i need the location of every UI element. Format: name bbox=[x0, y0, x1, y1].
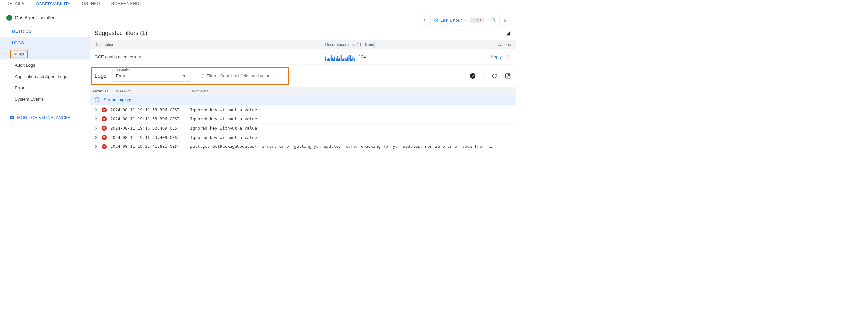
svg-rect-7 bbox=[200, 75, 204, 75]
log-summary: Ignored key without a value. bbox=[190, 108, 512, 112]
filter-occurrences: 134 bbox=[325, 53, 487, 61]
log-summary: packages.GetPackageUpdates() error: erro… bbox=[190, 144, 512, 149]
time-range-button[interactable]: Last 1 hour CEST bbox=[430, 15, 488, 26]
error-severity-icon: !! bbox=[102, 126, 107, 131]
timezone-badge: CEST bbox=[470, 18, 484, 23]
severity-select[interactable]: Severity Error bbox=[112, 70, 190, 82]
suggested-filter-row: GCE config agent errors 134 bbox=[90, 50, 516, 65]
col-timestamp: TIMESTAMP bbox=[111, 87, 189, 95]
suggested-filters-columns: Description Occurrences (last 1 hr 6 min… bbox=[90, 39, 516, 50]
time-range-picker: Last 1 hour CEST bbox=[419, 15, 511, 26]
logs-filter-bar: Logs Severity Error Filter ? bbox=[90, 65, 516, 87]
chevron-right-icon bbox=[94, 108, 98, 112]
search-icon bbox=[491, 18, 496, 22]
svg-rect-9 bbox=[202, 77, 203, 77]
top-tabs: DETAILS OBSERVABILITY OS INFO SCREENSHOT bbox=[0, 0, 516, 10]
help-icon[interactable]: ? bbox=[470, 73, 475, 79]
svg-point-3 bbox=[492, 19, 495, 22]
log-summary: Ignored key without a value. bbox=[190, 126, 512, 130]
log-table-header: SEVERITY TIMESTAMP SUMMARY bbox=[90, 87, 516, 95]
occurrence-count: 134 bbox=[359, 54, 366, 59]
open-external-icon[interactable] bbox=[505, 73, 511, 79]
log-row[interactable]: !! 2024-08-11 19:11:53.396 CEST Ignored … bbox=[90, 114, 516, 124]
tab-details[interactable]: DETAILS bbox=[5, 1, 26, 10]
severity-field-label: Severity bbox=[115, 67, 130, 72]
time-range-label: Last 1 hour bbox=[440, 18, 462, 23]
chevron-right-icon bbox=[94, 144, 98, 149]
highlight-all-logs: All Logs bbox=[10, 50, 28, 58]
logs-title: Logs bbox=[94, 73, 106, 79]
log-row[interactable]: !! 2024-08-11 19:16:53.409 CEST Ignored … bbox=[90, 133, 516, 142]
logs-search-input[interactable] bbox=[220, 73, 466, 78]
divider bbox=[484, 73, 484, 79]
col-actions: Actions bbox=[487, 42, 511, 47]
col-occurrences: Occurrences (last 1 hr 6 min) bbox=[325, 42, 487, 47]
tab-screenshot[interactable]: SCREENSHOT bbox=[110, 1, 144, 10]
log-summary: Ignored key without a value. bbox=[190, 116, 512, 121]
col-severity: SEVERITY bbox=[90, 87, 111, 95]
sidebar-section-metrics[interactable]: METRICS bbox=[0, 25, 90, 37]
suggested-filters-header: Suggested filters (1) bbox=[90, 30, 516, 39]
time-next-button[interactable] bbox=[499, 15, 510, 26]
severity-value: Error bbox=[116, 73, 125, 78]
clock-icon bbox=[434, 18, 438, 22]
col-summary: SUMMARY bbox=[189, 87, 516, 95]
apply-filter-button[interactable]: Apply bbox=[491, 54, 501, 59]
log-summary: Ignored key without a value. bbox=[190, 135, 512, 140]
svg-marker-6 bbox=[183, 75, 186, 77]
collapse-icon[interactable] bbox=[505, 30, 511, 36]
chevron-right-icon bbox=[94, 117, 98, 121]
svg-rect-8 bbox=[201, 76, 204, 76]
sidebar-section-logs[interactable]: LOGS bbox=[0, 37, 90, 49]
log-row[interactable]: !! 2024-08-11 19:11:53.396 CEST Ignored … bbox=[90, 105, 516, 114]
svg-marker-5 bbox=[506, 31, 510, 35]
filter-button[interactable]: Filter bbox=[200, 73, 216, 78]
check-circle-icon bbox=[6, 15, 12, 21]
chevron-right-icon bbox=[94, 126, 98, 130]
filter-description: GCE config agent errors bbox=[94, 54, 325, 59]
time-search-button[interactable] bbox=[488, 15, 499, 26]
chevron-right-icon bbox=[94, 135, 98, 140]
sidebar-item-errors[interactable]: Errors bbox=[0, 82, 90, 93]
tab-os-info[interactable]: OS INFO bbox=[80, 1, 102, 10]
error-severity-icon: !! bbox=[102, 116, 107, 121]
caret-down-icon bbox=[464, 18, 468, 22]
suggested-filters-title: Suggested filters (1) bbox=[94, 30, 147, 36]
error-severity-icon: !! bbox=[102, 107, 107, 112]
log-timestamp: 2024-08-11 19:11:53.396 CEST bbox=[110, 116, 187, 121]
streaming-label: Streaming logs... bbox=[104, 97, 136, 102]
main-content: Last 1 hour CEST Suggested filters (1) bbox=[90, 10, 516, 152]
sidebar-item-system-events[interactable]: System Events bbox=[0, 94, 90, 105]
log-timestamp: 2024-08-11 19:16:53.409 CEST bbox=[110, 135, 187, 140]
caret-down-icon bbox=[182, 74, 186, 78]
ops-agent-label: Ops Agent Installed bbox=[15, 15, 56, 21]
log-row[interactable]: !! 2024-08-11 19:21:41.681 CEST packages… bbox=[90, 142, 516, 152]
filter-more-menu[interactable]: ⋮ bbox=[505, 54, 511, 60]
col-description: Description bbox=[94, 42, 325, 47]
filter-label: Filter bbox=[207, 73, 216, 78]
info-icon bbox=[94, 97, 99, 102]
tab-observability[interactable]: OBSERVABILITY bbox=[34, 1, 72, 10]
log-row[interactable]: !! 2024-08-11 19:16:53.409 CEST Ignored … bbox=[90, 124, 516, 133]
svg-marker-2 bbox=[465, 20, 467, 21]
refresh-icon[interactable] bbox=[491, 73, 497, 79]
error-severity-icon: !! bbox=[102, 135, 107, 140]
streaming-logs-banner: Streaming logs... bbox=[90, 94, 516, 105]
svg-text:?: ? bbox=[471, 74, 474, 78]
chart-icon bbox=[9, 115, 14, 119]
log-timestamp: 2024-08-11 19:16:53.409 CEST bbox=[110, 126, 187, 130]
ops-agent-status: Ops Agent Installed bbox=[0, 15, 90, 25]
monitor-vm-instances-link[interactable]: MONITOR VM INSTANCES bbox=[0, 109, 90, 126]
sidebar-item-audit-logs[interactable]: Audit Logs bbox=[0, 60, 90, 71]
sidebar-item-app-agent-logs[interactable]: Application and Agent Logs bbox=[0, 71, 90, 82]
time-range-bar: Last 1 hour CEST bbox=[90, 10, 516, 30]
sidebar-item-all-logs[interactable]: All Logs bbox=[11, 51, 27, 57]
svg-line-4 bbox=[494, 21, 495, 22]
log-timestamp: 2024-08-11 19:21:41.681 CEST bbox=[110, 144, 187, 149]
time-prev-button[interactable] bbox=[419, 15, 430, 26]
filter-icon bbox=[200, 74, 205, 78]
monitor-label: MONITOR VM INSTANCES bbox=[17, 115, 70, 120]
occurrences-sparkline bbox=[325, 53, 354, 61]
sidebar: Ops Agent Installed METRICS LOGS All Log… bbox=[0, 10, 90, 152]
log-timestamp: 2024-08-11 19:11:53.396 CEST bbox=[110, 108, 187, 112]
